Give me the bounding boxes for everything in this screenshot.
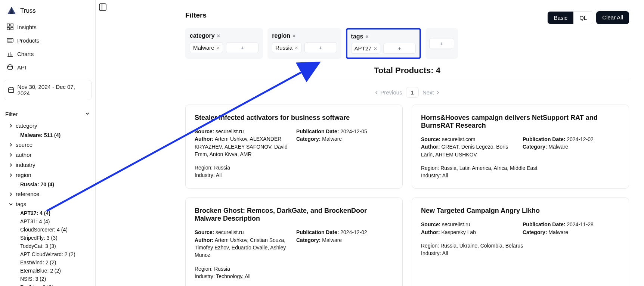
filter-industry[interactable]: industry — [3, 160, 92, 170]
filter-tag-item[interactable]: APT27: 4 (4) — [3, 209, 92, 217]
calendar-icon — [8, 87, 15, 93]
industry-label: Industry: — [421, 250, 441, 256]
date-value: 2024-12-05 — [339, 128, 367, 134]
nav-label: Products — [17, 37, 39, 44]
pager-page-button[interactable]: 1 — [406, 87, 419, 98]
svg-rect-5 — [11, 28, 13, 30]
filter-label: tags — [16, 201, 26, 207]
filter-tag-item[interactable]: StripedFly: 3 (3) — [3, 234, 92, 242]
mode-basic-button[interactable]: Basic — [548, 12, 573, 24]
main-content: Filters Basic QL Clear All category × Ma… — [96, 0, 644, 286]
chip-tags-highlighted: tags × APT27 × + — [346, 28, 421, 59]
chip-add-value-button[interactable]: + — [304, 42, 337, 53]
mode-toggle: Basic QL — [547, 11, 593, 24]
pager-next[interactable]: Next — [422, 89, 440, 96]
pill-remove-icon[interactable]: × — [295, 44, 298, 51]
chip-value: Malware — [193, 44, 214, 51]
date-label: Publication Date: — [523, 136, 565, 142]
mode-ql-button[interactable]: QL — [573, 12, 593, 24]
nav-label: Insights — [17, 24, 37, 30]
pill-remove-icon[interactable]: × — [217, 44, 220, 51]
industry-value: All — [215, 172, 222, 178]
source-label: Source: — [195, 229, 214, 235]
filter-label: industry — [16, 162, 35, 168]
svg-rect-14 — [9, 88, 14, 93]
filter-tags[interactable]: tags — [3, 199, 92, 209]
chevron-down-icon — [85, 111, 90, 117]
nav-charts[interactable]: Charts — [3, 48, 92, 60]
date-range-text: Nov 30, 2024 - Dec 07, 2024 — [18, 84, 87, 96]
chip-region: region × Russia × + — [267, 28, 341, 59]
pager-next-label: Next — [422, 89, 434, 96]
divider — [185, 80, 629, 80]
filter-chip-row: category × Malware × + region × — [185, 28, 629, 59]
source-value: securelist.com — [440, 136, 475, 142]
pager-prev[interactable]: Previous — [374, 89, 402, 96]
region-label: Region: — [195, 165, 213, 171]
chip-add-value-button[interactable]: + — [383, 43, 416, 54]
nav-insights[interactable]: Insights — [3, 21, 92, 33]
clear-all-button[interactable]: Clear All — [596, 11, 629, 24]
chip-remove-icon[interactable]: × — [292, 33, 295, 39]
category-value: Malware — [547, 229, 568, 235]
toggle-sidebar-button[interactable] — [99, 3, 107, 11]
category-label: Category: — [296, 237, 321, 243]
product-card[interactable]: Stealer infected activators for business… — [185, 105, 403, 189]
chip-remove-icon[interactable]: × — [366, 34, 369, 40]
region-label: Region: — [195, 266, 213, 272]
charts-icon — [7, 50, 13, 57]
date-value: 2024-12-02 — [339, 229, 367, 235]
filter-tag-item[interactable]: RedLine: 2 (2) — [3, 283, 92, 286]
filter-tag-item[interactable]: NSIS: 3 (2) — [3, 275, 92, 283]
products-icon — [7, 37, 13, 44]
chip-remove-icon[interactable]: × — [217, 33, 220, 39]
chip-add-value-button[interactable]: + — [226, 42, 258, 53]
nav-label: API — [17, 64, 26, 71]
filter-tag-item[interactable]: APT CloudWizard: 2 (2) — [3, 250, 92, 258]
filter-reference[interactable]: reference — [3, 189, 92, 199]
filter-tag-item[interactable]: ToddyCat: 3 (3) — [3, 242, 92, 250]
filter-source[interactable]: source — [3, 140, 92, 150]
date-label: Publication Date: — [296, 128, 339, 134]
filter-tag-item[interactable]: APT31: 4 (4) — [3, 217, 92, 226]
product-card[interactable]: Horns&Hooves campaign delivers NetSuppor… — [412, 105, 629, 189]
chip-value: APT27 — [354, 45, 372, 52]
filter-tag-item[interactable]: EastWind: 2 (2) — [3, 258, 92, 267]
product-card[interactable]: Brocken Ghost: Remcos, DarkGate, and Bro… — [185, 198, 403, 286]
category-value: Malware — [321, 237, 342, 243]
filter-label: source — [16, 142, 32, 148]
date-value: 2024-12-02 — [565, 136, 594, 142]
region-value: Russia, Latin America, Africa, Middle Ea… — [439, 165, 537, 171]
filter-label: region — [16, 172, 31, 178]
add-filter-button[interactable]: + — [429, 38, 454, 49]
chip-add-filter[interactable]: + — [425, 28, 458, 59]
filter-tag-item[interactable]: CloudSorcerer: 4 (4) — [3, 226, 92, 234]
pill-remove-icon[interactable]: × — [374, 45, 377, 52]
filter-tag-item[interactable]: EternalBlue: 2 (2) — [3, 267, 92, 275]
svg-rect-4 — [7, 28, 9, 30]
filter-region[interactable]: region — [3, 170, 92, 180]
chip-value: Russia — [275, 44, 292, 51]
filter-header-label: Filter — [5, 111, 18, 117]
region-value: Russia — [213, 165, 230, 171]
industry-label: Industry: — [421, 172, 441, 178]
date-range-picker[interactable]: Nov 30, 2024 - Dec 07, 2024 — [4, 80, 92, 100]
category-value: Malware — [321, 136, 342, 142]
author-label: Author: — [195, 237, 214, 243]
filter-region-value[interactable]: Russia: 70 (4) — [3, 180, 92, 189]
nav-products[interactable]: Products — [3, 34, 92, 46]
industry-value: Technology, All — [215, 273, 251, 279]
filter-category-value[interactable]: Malware: 511 (4) — [3, 131, 92, 140]
chevron-right-icon — [8, 123, 13, 128]
chevron-right-icon — [8, 142, 13, 147]
filter-header[interactable]: Filter — [3, 108, 92, 120]
industry-label: Industry: — [195, 273, 215, 279]
date-label: Publication Date: — [296, 229, 339, 235]
filter-author[interactable]: author — [3, 150, 92, 160]
filters-title: Filters — [185, 11, 207, 19]
filter-panel: Filter category Malware: 511 (4) source … — [3, 108, 92, 286]
nav-api[interactable]: API — [3, 61, 92, 73]
filter-category[interactable]: category — [3, 121, 92, 131]
region-label: Region: — [421, 165, 439, 171]
product-card[interactable]: New Targeted Campaign Angry Likho Source… — [412, 198, 629, 286]
